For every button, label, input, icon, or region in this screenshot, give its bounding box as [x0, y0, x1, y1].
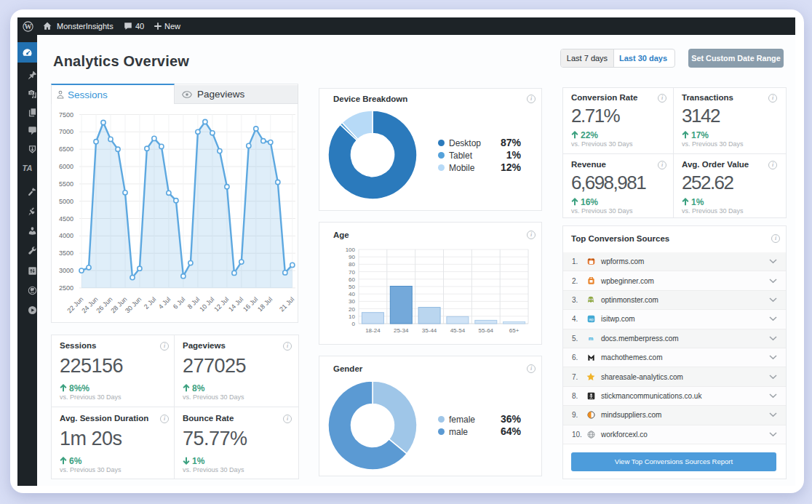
svg-text:30 Jun: 30 Jun	[124, 295, 143, 314]
svg-text:4 Jul: 4 Jul	[157, 295, 172, 311]
svg-text:0: 0	[352, 321, 356, 327]
svg-text:wp: wp	[589, 318, 593, 321]
svg-text:4000: 4000	[59, 232, 73, 239]
svg-text:45-54: 45-54	[450, 327, 466, 334]
svg-text:100: 100	[346, 247, 356, 253]
svg-text:5000: 5000	[59, 198, 73, 205]
svg-text:30: 30	[349, 298, 355, 305]
svg-text:55-64: 55-64	[479, 327, 494, 334]
svg-text:18-24: 18-24	[365, 327, 381, 334]
svg-text:35-44: 35-44	[422, 327, 437, 334]
svg-text:4500: 4500	[59, 215, 73, 223]
svg-text:7500: 7500	[59, 111, 73, 119]
svg-text:12 Jul: 12 Jul	[212, 295, 230, 313]
svg-text:6500: 6500	[59, 145, 73, 153]
svg-text:16 Jul: 16 Jul	[242, 295, 259, 313]
svg-text:21 Jul: 21 Jul	[278, 295, 295, 313]
svg-text:6000: 6000	[59, 163, 73, 170]
svg-text:14 Jul: 14 Jul	[227, 295, 244, 313]
svg-text:18 Jul: 18 Jul	[256, 295, 274, 313]
svg-text:25-34: 25-34	[394, 327, 409, 334]
svg-text:3000: 3000	[59, 267, 73, 274]
svg-text:3500: 3500	[59, 249, 73, 257]
svg-text:65+: 65+	[509, 327, 520, 334]
svg-text:10: 10	[349, 313, 355, 320]
svg-text:2 Jul: 2 Jul	[143, 295, 158, 311]
svg-text:6 Jul: 6 Jul	[172, 295, 187, 311]
svg-text:80: 80	[349, 261, 355, 268]
svg-text:20: 20	[349, 306, 355, 313]
svg-text:5500: 5500	[59, 180, 73, 188]
svg-text:60: 60	[349, 276, 355, 283]
svg-text:70: 70	[349, 269, 355, 276]
svg-text:2500: 2500	[59, 284, 73, 292]
svg-text:50: 50	[349, 284, 355, 290]
svg-text:40: 40	[349, 291, 355, 297]
svg-text:m: m	[589, 335, 594, 342]
svg-text:90: 90	[349, 254, 355, 260]
svg-text:W: W	[24, 23, 31, 31]
svg-text:7000: 7000	[59, 128, 73, 135]
svg-text:10 Jul: 10 Jul	[198, 295, 215, 313]
